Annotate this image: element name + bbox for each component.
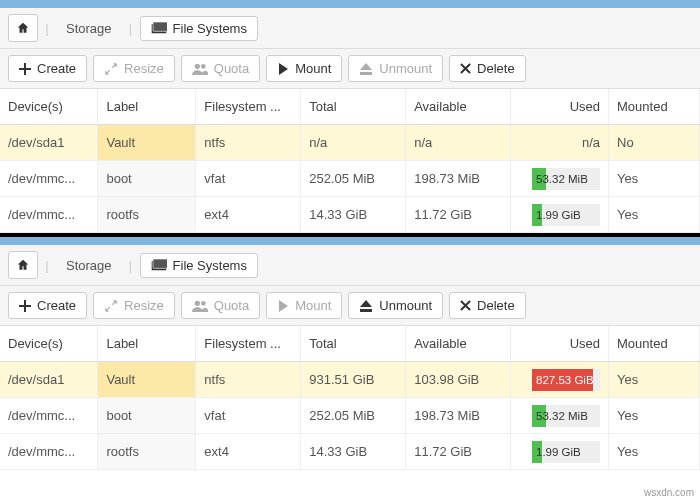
plus-icon <box>19 63 31 75</box>
accent-bar <box>0 0 700 8</box>
create-button[interactable]: Create <box>8 55 87 82</box>
usage-text: 1.99 GiB <box>536 204 596 226</box>
cell-label: Vault <box>98 125 196 161</box>
cell-available: 103.98 GiB <box>406 362 511 398</box>
cell-used: 827.53 GiB <box>511 362 609 398</box>
users-icon <box>192 63 208 75</box>
btn-label: Resize <box>124 298 164 313</box>
table-row[interactable]: /dev/mmc...rootfsext414.33 GiB11.72 GiB1… <box>0 197 700 233</box>
breadcrumb-sep: | <box>128 258 134 273</box>
btn-label: Unmount <box>379 61 432 76</box>
panel-top: | Storage | File Systems Create Resize Q… <box>0 0 700 233</box>
toolbar: Create Resize Quota Mount Unmount Delete <box>0 286 700 326</box>
breadcrumb-label: File Systems <box>173 21 247 36</box>
plus-icon <box>19 300 31 312</box>
create-button[interactable]: Create <box>8 292 87 319</box>
table-row[interactable]: /dev/mmc...bootvfat252.05 MiB198.73 MiB5… <box>0 398 700 434</box>
cell-total: 14.33 GiB <box>301 434 406 470</box>
btn-label: Unmount <box>379 298 432 313</box>
table-row[interactable]: /dev/sda1Vaultntfs931.51 GiB103.98 GiB82… <box>0 362 700 398</box>
cell-device: /dev/mmc... <box>0 434 98 470</box>
col-label[interactable]: Label <box>98 89 196 125</box>
unmount-button: Unmount <box>348 55 443 82</box>
delete-button[interactable]: Delete <box>449 55 526 82</box>
cell-total: 14.33 GiB <box>301 197 406 233</box>
svg-point-3 <box>201 64 206 69</box>
cell-available: 198.73 MiB <box>406 161 511 197</box>
cell-device: /dev/sda1 <box>0 362 98 398</box>
filesystems-icon <box>151 259 167 271</box>
mount-button[interactable]: Mount <box>266 55 342 82</box>
play-icon <box>277 63 289 75</box>
breadcrumb-storage[interactable]: Storage <box>56 15 122 42</box>
cell-mounted: No <box>609 125 700 161</box>
svg-point-6 <box>194 300 199 305</box>
quota-button: Quota <box>181 292 260 319</box>
usage-bar: 1.99 GiB <box>532 441 600 463</box>
col-devices[interactable]: Device(s) <box>0 89 98 125</box>
col-fs[interactable]: Filesystem ... <box>196 89 301 125</box>
filesystem-table: Device(s) Label Filesystem ... Total Ava… <box>0 326 700 470</box>
breadcrumb-filesystems[interactable]: File Systems <box>140 16 258 41</box>
btn-label: Mount <box>295 61 331 76</box>
col-devices[interactable]: Device(s) <box>0 326 98 362</box>
table-header-row: Device(s) Label Filesystem ... Total Ava… <box>0 89 700 125</box>
btn-label: Resize <box>124 61 164 76</box>
accent-bar <box>0 237 700 245</box>
btn-label: Create <box>37 298 76 313</box>
cell-mounted: Yes <box>609 362 700 398</box>
breadcrumb-filesystems[interactable]: File Systems <box>140 253 258 278</box>
btn-label: Delete <box>477 61 515 76</box>
table-row[interactable]: /dev/mmc...bootvfat252.05 MiB198.73 MiB5… <box>0 161 700 197</box>
breadcrumb-sep: | <box>128 21 134 36</box>
usage-text: 827.53 GiB <box>536 369 596 391</box>
home-button[interactable] <box>8 14 38 42</box>
col-mounted[interactable]: Mounted <box>609 326 700 362</box>
cell-fs: vfat <box>196 161 301 197</box>
cell-mounted: Yes <box>609 161 700 197</box>
resize-button: Resize <box>93 55 175 82</box>
cell-available: n/a <box>406 125 511 161</box>
quota-button: Quota <box>181 55 260 82</box>
col-total[interactable]: Total <box>301 89 406 125</box>
x-icon <box>460 63 471 74</box>
cell-used: 1.99 GiB <box>511 197 609 233</box>
unmount-button[interactable]: Unmount <box>348 292 443 319</box>
usage-text: 1.99 GiB <box>536 441 596 463</box>
col-available[interactable]: Available <box>406 326 511 362</box>
cell-available: 11.72 GiB <box>406 434 511 470</box>
cell-fs: vfat <box>196 398 301 434</box>
cell-used: n/a <box>511 125 609 161</box>
breadcrumb-storage[interactable]: Storage <box>56 252 122 279</box>
home-icon <box>16 258 30 272</box>
col-total[interactable]: Total <box>301 326 406 362</box>
users-icon <box>192 300 208 312</box>
cell-fs: ext4 <box>196 434 301 470</box>
resize-icon <box>104 299 118 313</box>
svg-rect-1 <box>153 22 167 31</box>
btn-label: Quota <box>214 298 249 313</box>
panel-bottom: | Storage | File Systems Create Resize Q… <box>0 237 700 470</box>
col-mounted[interactable]: Mounted <box>609 89 700 125</box>
cell-device: /dev/sda1 <box>0 125 98 161</box>
cell-fs: ext4 <box>196 197 301 233</box>
eject-icon <box>359 300 373 312</box>
cell-label: boot <box>98 398 196 434</box>
cell-mounted: Yes <box>609 398 700 434</box>
table-row[interactable]: /dev/mmc...rootfsext414.33 GiB11.72 GiB1… <box>0 434 700 470</box>
play-icon <box>277 300 289 312</box>
col-used[interactable]: Used <box>511 326 609 362</box>
toolbar: Create Resize Quota Mount Unmount Delete <box>0 49 700 89</box>
table-row[interactable]: /dev/sda1Vaultntfsn/an/an/aNo <box>0 125 700 161</box>
resize-icon <box>104 62 118 76</box>
home-button[interactable] <box>8 251 38 279</box>
col-label[interactable]: Label <box>98 326 196 362</box>
col-available[interactable]: Available <box>406 89 511 125</box>
cell-mounted: Yes <box>609 434 700 470</box>
svg-rect-5 <box>153 259 167 268</box>
col-used[interactable]: Used <box>511 89 609 125</box>
col-fs[interactable]: Filesystem ... <box>196 326 301 362</box>
delete-button[interactable]: Delete <box>449 292 526 319</box>
cell-device: /dev/mmc... <box>0 161 98 197</box>
cell-used: 1.99 GiB <box>511 434 609 470</box>
